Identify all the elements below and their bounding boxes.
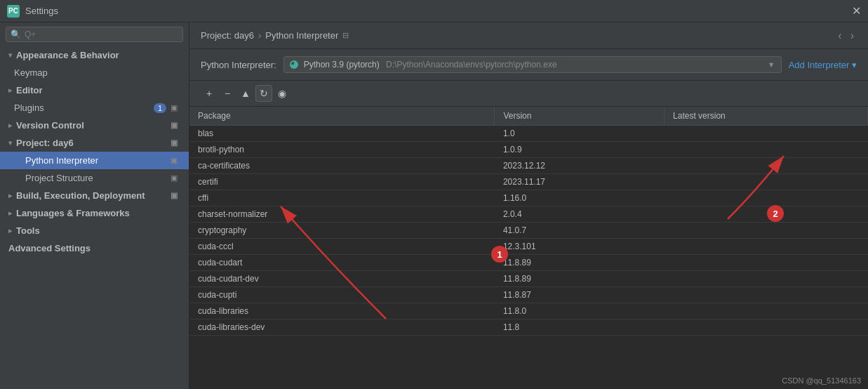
cell-package: cuda-cudart-dev bbox=[189, 271, 495, 287]
upgrade-package-button[interactable]: ▲ bbox=[237, 85, 254, 102]
reload-packages-button[interactable]: ↻ bbox=[255, 85, 272, 102]
table-row[interactable]: cffi 1.16.0 bbox=[189, 190, 868, 206]
cell-version: 1.0.9 bbox=[495, 142, 665, 158]
table-row[interactable]: cuda-libraries 11.8.0 bbox=[189, 303, 868, 319]
cell-version: 41.0.7 bbox=[495, 223, 665, 239]
build-icon: ▣ bbox=[171, 191, 178, 200]
interpreter-name: Python 3.9 (pytorch) D:\Python\Anaconda\… bbox=[304, 60, 762, 70]
chevron-right-icon2: ▸ bbox=[8, 121, 12, 129]
cell-latest bbox=[665, 158, 868, 174]
sidebar-item-build[interactable]: ▸ Build, Execution, Deployment ▣ bbox=[0, 187, 189, 204]
cell-version: 12.3.101 bbox=[495, 239, 665, 255]
chevron-right-icon4: ▸ bbox=[8, 209, 12, 217]
nav-forward-button[interactable]: › bbox=[848, 28, 857, 44]
table-row[interactable]: cryptography 41.0.7 bbox=[189, 223, 868, 239]
cell-package: brotli-python bbox=[189, 142, 495, 158]
sidebar-item-project-day6[interactable]: ▾ Project: day6 ▣ bbox=[0, 134, 189, 152]
show-details-button[interactable]: ◉ bbox=[274, 85, 291, 102]
col-header-version: Version bbox=[495, 107, 665, 126]
cell-package: cffi bbox=[189, 190, 495, 206]
table-row[interactable]: ca-certificates 2023.12.12 bbox=[189, 158, 868, 174]
search-input[interactable] bbox=[25, 29, 178, 39]
cell-latest bbox=[665, 174, 868, 190]
sidebar-item-python-interpreter[interactable]: Python Interpreter ▣ bbox=[0, 152, 189, 169]
chevron-right-icon5: ▸ bbox=[8, 227, 12, 235]
cell-package: cuda-libraries bbox=[189, 303, 495, 319]
package-table-container[interactable]: Package Version Latest version blas 1.0 … bbox=[189, 107, 868, 389]
sidebar-item-languages[interactable]: ▸ Languages & Frameworks bbox=[0, 204, 189, 222]
chevron-right-icon3: ▸ bbox=[8, 192, 12, 199]
cell-package: certifi bbox=[189, 174, 495, 190]
sidebar-item-appearance[interactable]: ▾ Appearance & Behavior bbox=[0, 46, 189, 64]
cell-version: 1.0 bbox=[495, 126, 665, 142]
package-table: Package Version Latest version blas 1.0 … bbox=[189, 107, 868, 336]
table-row[interactable]: certifi 2023.11.17 bbox=[189, 174, 868, 190]
title-bar: PC Settings ✕ bbox=[0, 0, 868, 22]
cell-latest bbox=[665, 255, 868, 271]
cell-latest bbox=[665, 142, 868, 158]
interpreter-icon: ▣ bbox=[171, 156, 178, 165]
cell-version: 2023.11.17 bbox=[495, 174, 665, 190]
sidebar-item-version-control[interactable]: ▸ Version Control ▣ bbox=[0, 117, 189, 134]
right-panel: Project: day6 › Python Interpreter ⊟ ‹ ›… bbox=[189, 22, 868, 389]
sidebar: 🔍 ▾ Appearance & Behavior Keymap ▸ Edito… bbox=[0, 22, 189, 389]
annotation-badge-2: 2 bbox=[767, 205, 784, 222]
sidebar-item-project-structure[interactable]: Project Structure ▣ bbox=[0, 169, 189, 187]
sidebar-item-advanced-settings[interactable]: Advanced Settings bbox=[0, 239, 189, 257]
sidebar-item-keymap[interactable]: Keymap bbox=[0, 64, 189, 81]
cell-version: 11.8 bbox=[495, 319, 665, 336]
col-header-package: Package bbox=[189, 107, 495, 126]
cell-latest bbox=[665, 287, 868, 303]
cell-version: 11.8.89 bbox=[495, 271, 665, 287]
table-row[interactable]: cuda-cccl 12.3.101 bbox=[189, 239, 868, 255]
chevron-right-icon: ▸ bbox=[8, 86, 12, 94]
table-row[interactable]: cuda-cupti 11.8.87 bbox=[189, 287, 868, 303]
table-row[interactable]: charset-normalizer 2.0.4 bbox=[189, 206, 868, 223]
version-control-icon: ▣ bbox=[171, 121, 178, 130]
cell-version: 2023.12.12 bbox=[495, 158, 665, 174]
nav-arrows: ‹ › bbox=[835, 28, 857, 44]
cell-version: 11.8.0 bbox=[495, 303, 665, 319]
cell-latest bbox=[665, 126, 868, 142]
main-content: 🔍 ▾ Appearance & Behavior Keymap ▸ Edito… bbox=[0, 22, 868, 389]
cell-version: 1.16.0 bbox=[495, 190, 665, 206]
cell-latest bbox=[665, 319, 868, 336]
table-row[interactable]: cuda-cudart 11.8.89 bbox=[189, 255, 868, 271]
structure-icon: ▣ bbox=[171, 173, 178, 183]
table-header-row: Package Version Latest version bbox=[189, 107, 868, 126]
table-row[interactable]: cuda-cudart-dev 11.8.89 bbox=[189, 271, 868, 287]
close-button[interactable]: ✕ bbox=[852, 6, 861, 17]
plugins-badge: 1 bbox=[154, 103, 166, 113]
add-interpreter-button[interactable]: Add Interpreter ▾ bbox=[789, 60, 857, 70]
cell-package: ca-certificates bbox=[189, 158, 495, 174]
interpreter-label: Python Interpreter: bbox=[201, 60, 276, 70]
toolbar: + − ▲ ↻ ◉ bbox=[189, 81, 868, 107]
cell-package: cuda-cupti bbox=[189, 287, 495, 303]
cell-package: charset-normalizer bbox=[189, 206, 495, 223]
col-header-latest: Latest version bbox=[665, 107, 868, 126]
interpreter-select-dropdown[interactable]: Python 3.9 (pytorch) D:\Python\Anaconda\… bbox=[283, 56, 782, 73]
cell-version: 11.8.89 bbox=[495, 255, 665, 271]
cell-version: 11.8.87 bbox=[495, 287, 665, 303]
nav-back-button[interactable]: ‹ bbox=[835, 28, 844, 44]
search-box[interactable]: 🔍 bbox=[6, 27, 183, 42]
add-package-button[interactable]: + bbox=[201, 85, 218, 102]
table-row[interactable]: blas 1.0 bbox=[189, 126, 868, 142]
sidebar-item-tools[interactable]: ▸ Tools bbox=[0, 222, 189, 239]
table-row[interactable]: cuda-libraries-dev 11.8 bbox=[189, 319, 868, 336]
breadcrumb-current: Python Interpreter bbox=[265, 30, 338, 41]
cell-package: cuda-libraries-dev bbox=[189, 319, 495, 336]
table-row[interactable]: brotli-python 1.0.9 bbox=[189, 142, 868, 158]
interpreter-row: Python Interpreter: Python 3.9 (pytorch)… bbox=[189, 49, 868, 81]
cell-package: cuda-cudart bbox=[189, 255, 495, 271]
plugins-icon: ▣ bbox=[171, 103, 178, 112]
breadcrumb-bar: Project: day6 › Python Interpreter ⊟ ‹ › bbox=[189, 22, 868, 49]
sidebar-item-editor[interactable]: ▸ Editor bbox=[0, 81, 189, 99]
breadcrumb-separator: › bbox=[258, 30, 261, 41]
watermark: CSDN @qq_51346163 bbox=[782, 376, 861, 385]
annotation-badge-1: 1 bbox=[491, 246, 508, 263]
cell-package: cryptography bbox=[189, 223, 495, 239]
remove-package-button[interactable]: − bbox=[219, 85, 236, 102]
window-title: Settings bbox=[25, 6, 58, 16]
sidebar-item-plugins[interactable]: Plugins 1 ▣ bbox=[0, 99, 189, 117]
